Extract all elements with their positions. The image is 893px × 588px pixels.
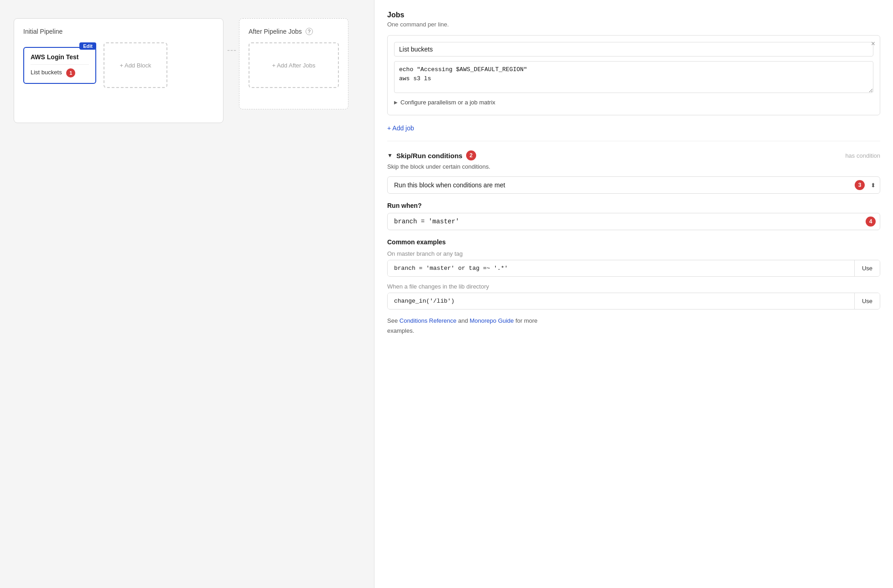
example2-label: When a file changes in the lib directory <box>387 283 880 290</box>
parallelism-toggle[interactable]: Configure parallelism or a job matrix <box>394 96 873 108</box>
expand-icon: ▼ <box>387 152 393 159</box>
conditions-header: ▼ Skip/Run conditions 2 has condition <box>387 150 880 160</box>
condition-input[interactable] <box>387 213 880 230</box>
right-panel: Jobs One command per line. × echo "Acces… <box>374 0 893 588</box>
help-icon[interactable]: ? <box>306 28 313 35</box>
conditions-section: ▼ Skip/Run conditions 2 has condition Sk… <box>387 150 880 336</box>
pipeline-block[interactable]: Edit AWS Login Test List buckets 1 <box>23 47 96 84</box>
example1-label: On master branch or any tag <box>387 250 880 257</box>
has-condition-label: has condition <box>845 152 880 159</box>
jobs-subtitle: One command per line. <box>387 21 880 28</box>
condition-mode-wrapper: Run this block when conditions are met S… <box>387 176 880 194</box>
condition-input-row: 4 <box>387 213 880 230</box>
after-stage-header: After Pipeline Jobs ? <box>249 28 339 35</box>
conditions-description: Skip the block under certain conditions. <box>387 163 880 170</box>
edit-badge[interactable]: Edit <box>79 42 96 50</box>
initial-pipeline-stage: Initial Pipeline Edit AWS Login Test Lis… <box>14 18 223 123</box>
add-after-button[interactable]: + Add After Jobs <box>249 42 339 88</box>
jobs-title: Jobs <box>387 11 880 19</box>
section-divider <box>387 141 880 141</box>
example1-code: branch = 'master' or tag =~ '.*' <box>388 260 854 276</box>
select-badge-row: Run this block when conditions are met S… <box>387 176 880 194</box>
condition-mode-select[interactable]: Run this block when conditions are met S… <box>387 176 880 194</box>
block-title: AWS Login Test <box>31 53 89 65</box>
condition-input-badge: 4 <box>866 217 876 227</box>
example1-row: branch = 'master' or tag =~ '.*' Use <box>387 260 880 277</box>
pipeline-connector: - - - <box>223 46 239 55</box>
jobs-section: Jobs One command per line. × echo "Acces… <box>387 11 880 132</box>
close-job-button[interactable]: × <box>871 40 875 47</box>
add-block-button[interactable]: + Add Block <box>104 42 167 88</box>
after-stage-title: After Pipeline Jobs <box>249 28 302 35</box>
example2-row: change_in('/lib') Use <box>387 293 880 309</box>
pipeline-canvas: Initial Pipeline Edit AWS Login Test Lis… <box>0 0 374 588</box>
examples-title: Common examples <box>387 238 880 246</box>
conditions-title: Skip/Run conditions <box>396 152 462 160</box>
stage-blocks: Edit AWS Login Test List buckets 1 + Add… <box>23 42 214 88</box>
conditions-title-row: ▼ Skip/Run conditions 2 <box>387 150 476 160</box>
initial-stage-title: Initial Pipeline <box>23 28 214 35</box>
conditions-reference-link[interactable]: Conditions Reference <box>400 317 457 324</box>
example2-use-button[interactable]: Use <box>854 293 880 309</box>
conditions-badge: 2 <box>466 150 476 160</box>
job-name-input[interactable] <box>394 42 873 57</box>
see-also-text: See Conditions Reference and Monorepo Gu… <box>387 316 880 336</box>
job-commands-textarea[interactable]: echo "Accessing $AWS_DEFAULT_REGION" aws… <box>394 61 873 93</box>
example2-code: change_in('/lib') <box>388 293 854 309</box>
job-card: × echo "Accessing $AWS_DEFAULT_REGION" a… <box>387 35 880 115</box>
pipeline-row: Initial Pipeline Edit AWS Login Test Lis… <box>14 18 360 123</box>
after-pipeline-stage: After Pipeline Jobs ? + Add After Jobs <box>239 18 348 109</box>
monorepo-guide-link[interactable]: Monorepo Guide <box>470 317 514 324</box>
add-job-link[interactable]: + Add job <box>387 124 414 132</box>
job-count-badge: 1 <box>66 68 75 77</box>
example1-use-button[interactable]: Use <box>854 260 880 276</box>
block-job: List buckets 1 <box>31 68 89 77</box>
run-when-label: Run when? <box>387 202 880 209</box>
